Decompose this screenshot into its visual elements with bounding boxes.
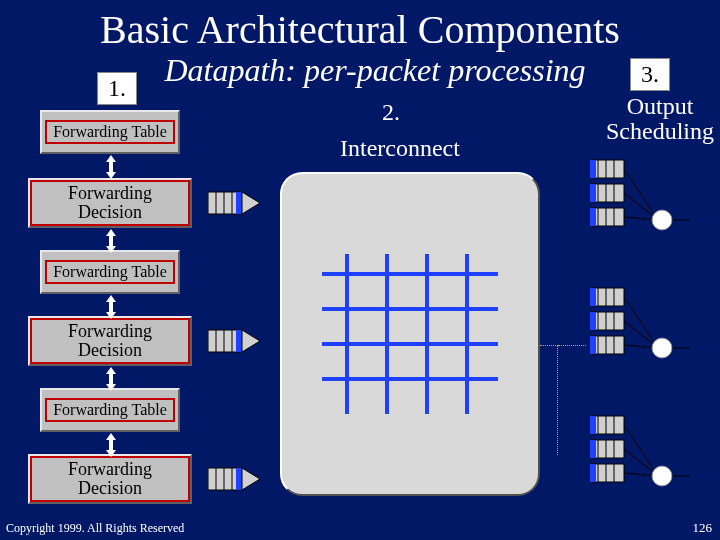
- svg-rect-52: [590, 312, 596, 330]
- buffer-icon: [208, 326, 260, 356]
- forwarding-table-1: Forwarding Table: [40, 110, 180, 154]
- svg-rect-72: [590, 440, 596, 458]
- forwarding-table-2-label: Forwarding Table: [45, 260, 175, 285]
- svg-line-78: [624, 425, 658, 476]
- svg-rect-37: [590, 208, 596, 226]
- forwarding-decision-3-label: Forwarding Decision: [30, 456, 190, 502]
- number-3: 3.: [630, 58, 670, 91]
- output-scheduling-label: Output Scheduling: [595, 94, 720, 144]
- buffer-icon: [208, 188, 260, 218]
- forwarding-table-2: Forwarding Table: [40, 250, 180, 294]
- dotted-connector-icon: [540, 345, 558, 455]
- forwarding-decision-1-label: Forwarding Decision: [30, 180, 190, 226]
- svg-rect-32: [590, 184, 596, 202]
- number-1: 1.: [97, 72, 137, 105]
- svg-point-81: [652, 466, 672, 486]
- arrow-icon: [104, 229, 118, 253]
- svg-rect-77: [590, 464, 596, 482]
- svg-rect-57: [590, 336, 596, 354]
- forwarding-decision-2: Forwarding Decision: [28, 316, 192, 366]
- copyright-footer: Copyright 1999. All Rights Reserved: [6, 521, 184, 536]
- arrow-icon: [104, 155, 118, 179]
- output-queue-icon: [590, 286, 690, 376]
- slide-subtitle: Datapath: per-packet processing: [150, 52, 600, 89]
- output-queue-icon: [590, 158, 690, 248]
- svg-line-58: [624, 297, 658, 348]
- svg-rect-27: [590, 160, 596, 178]
- arrow-icon: [104, 295, 118, 319]
- page-number: 126: [693, 520, 713, 536]
- forwarding-decision-1: Forwarding Decision: [28, 178, 192, 228]
- crossbar-grid-icon: [322, 254, 498, 414]
- svg-rect-4: [236, 192, 242, 214]
- forwarding-table-3-label: Forwarding Table: [45, 398, 175, 423]
- svg-point-41: [652, 210, 672, 230]
- number-2: 2.: [382, 100, 400, 125]
- interconnect-label: Interconnect: [340, 136, 460, 161]
- forwarding-table-1-label: Forwarding Table: [45, 120, 175, 145]
- buffer-icon: [208, 464, 260, 494]
- slide-title: Basic Architectural Components: [0, 0, 720, 53]
- forwarding-decision-2-label: Forwarding Decision: [30, 318, 190, 364]
- svg-rect-14: [236, 468, 242, 490]
- dotted-connector-icon: [558, 345, 586, 346]
- svg-rect-47: [590, 288, 596, 306]
- arrow-icon: [104, 367, 118, 391]
- forwarding-decision-3: Forwarding Decision: [28, 454, 192, 504]
- svg-rect-9: [236, 330, 242, 352]
- output-queue-icon: [590, 414, 690, 504]
- svg-rect-67: [590, 416, 596, 434]
- svg-point-61: [652, 338, 672, 358]
- arrow-icon: [104, 433, 118, 457]
- svg-line-38: [624, 169, 658, 220]
- forwarding-table-3: Forwarding Table: [40, 388, 180, 432]
